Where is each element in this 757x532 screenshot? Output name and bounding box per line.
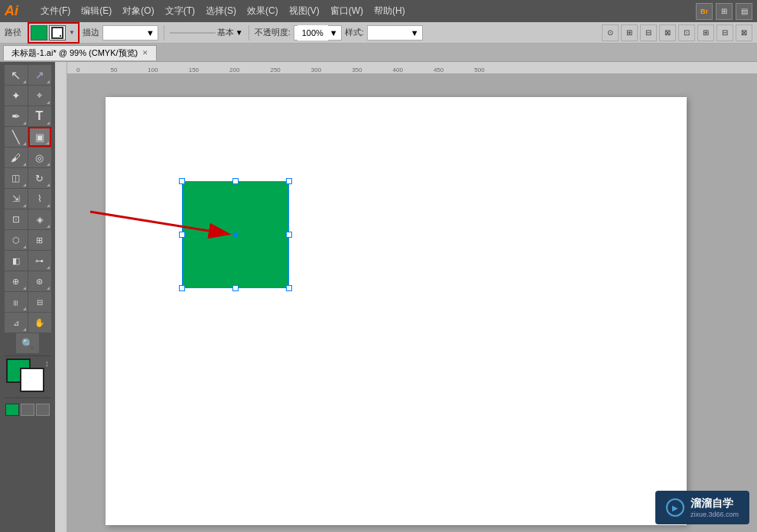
selection-center (233, 232, 238, 237)
opacity-arrow[interactable]: ▼ (330, 28, 338, 37)
shape-builder-tool[interactable]: ◈ (28, 209, 51, 229)
handle-bottom-left[interactable] (179, 285, 185, 291)
handle-top-mid[interactable] (232, 178, 239, 184)
tool-row-eraser: ◫ ↻ (5, 168, 51, 188)
line-tool[interactable]: ╲ (5, 127, 28, 147)
style-arrow[interactable]: ▼ (411, 28, 419, 37)
color-swatch-group: ▼ (28, 22, 80, 44)
title-bar: Ai 文件(F) 编辑(E) 对象(O) 文字(T) 选择(S) 效果(C) 视… (0, 0, 757, 22)
line-label: 基本 (217, 27, 234, 38)
tab-bar: 未标题-1.ai* @ 99% (CMYK/预览) ✕ (0, 44, 757, 62)
document-tab[interactable]: 未标题-1.ai* @ 99% (CMYK/预览) ✕ (3, 45, 157, 60)
stroke-color-swatch[interactable] (49, 25, 66, 41)
menu-select[interactable]: 选择(S) (201, 3, 241, 19)
magic-wand-tool[interactable]: ✦ (5, 86, 28, 105)
stroke-icon (51, 27, 63, 39)
selection-tool[interactable]: ↖ (5, 65, 28, 85)
handle-mid-left[interactable] (179, 232, 185, 238)
options-icon-5[interactable]: ⊡ (678, 24, 695, 41)
opacity-dropdown[interactable]: ▼ (294, 25, 342, 41)
color-picker-area: ↕ (3, 358, 52, 395)
ruler-left (55, 62, 67, 532)
stroke-label: 描边 (83, 27, 99, 38)
rotate-tool[interactable]: ↻ (28, 168, 51, 188)
selected-rectangle[interactable] (182, 181, 289, 288)
handle-bottom-mid[interactable] (232, 285, 239, 291)
bridge-button[interactable]: Br (696, 3, 713, 20)
menu-effect[interactable]: 效果(C) (242, 3, 283, 19)
menu-object[interactable]: 对象(O) (118, 3, 158, 19)
graph-tool[interactable]: ⫼ (5, 292, 28, 312)
hand-tool[interactable]: ✋ (28, 313, 51, 332)
style-input[interactable] (371, 28, 409, 37)
lasso-tool[interactable]: ⌖ (28, 86, 51, 105)
stroke-dropdown[interactable]: ▼ (102, 25, 158, 41)
options-icon-4[interactable]: ⊠ (659, 24, 676, 41)
line-dropdown-arrow[interactable]: ▼ (236, 28, 243, 37)
workspace-button[interactable]: ⊞ (716, 3, 733, 20)
options-icon-8[interactable]: ⊠ (736, 24, 752, 41)
options-icon-1[interactable]: ⊙ (602, 24, 619, 41)
menu-window[interactable]: 窗口(W) (326, 3, 368, 19)
handle-top-left[interactable] (179, 178, 185, 184)
warp-tool[interactable]: ⌇ (28, 189, 51, 209)
screen-mode-buttons (5, 404, 50, 416)
type-tool[interactable]: T (28, 106, 51, 126)
eraser-tool[interactable]: ◫ (5, 168, 28, 188)
menu-view[interactable]: 视图(V) (284, 3, 324, 19)
blend-tool[interactable]: ⊕ (5, 271, 28, 291)
artboard-tool[interactable]: ⊟ (28, 292, 51, 312)
options-icon-3[interactable]: ⊟ (640, 24, 657, 41)
tool-row-gradient: ◧ ⊶ (5, 251, 51, 271)
paintbrush-tool[interactable]: 🖌 (5, 148, 28, 167)
line-style-preview (170, 32, 216, 34)
options-icon-6[interactable]: ⊞ (697, 24, 714, 41)
style-dropdown[interactable]: ▼ (367, 25, 423, 41)
pen-tool[interactable]: ✒ (5, 106, 28, 126)
menu-help[interactable]: 帮助(H) (369, 3, 410, 19)
canvas-content: ▶ 溜溜自学 zixue.3d66.com (67, 74, 757, 532)
direct-selection-tool[interactable]: ↗ (28, 65, 51, 85)
tab-close-button[interactable]: ✕ (142, 49, 148, 57)
watermark-url: zixue.3d66.com (690, 511, 739, 518)
back-mode-btn[interactable] (21, 404, 34, 416)
options-icon-7[interactable]: ⊟ (716, 24, 733, 41)
path-label: 路径 (5, 27, 21, 38)
options-icon-2[interactable]: ⊞ (621, 24, 638, 41)
arrange-button[interactable]: ▤ (736, 3, 752, 20)
menu-edit[interactable]: 编辑(E) (76, 3, 116, 19)
tab-filename: 未标题-1.ai* @ 99% (CMYK/预览) (11, 47, 138, 59)
options-right-icons: ⊙ ⊞ ⊟ ⊠ ⊡ ⊞ ⊟ ⊠ (602, 24, 752, 41)
handle-mid-right[interactable] (286, 232, 292, 238)
background-color[interactable] (20, 368, 44, 392)
free-transform-tool[interactable]: ⊡ (5, 209, 28, 229)
zoom-tool[interactable]: 🔍 (16, 333, 39, 353)
gradient-tool[interactable]: ◧ (5, 251, 28, 271)
perspective-tool[interactable]: ⬡ (5, 230, 28, 250)
watermark-play-icon: ▶ (666, 498, 684, 517)
tool-row-perspective: ⬡ ⊞ (5, 230, 51, 250)
normal-mode-btn[interactable] (5, 404, 19, 416)
stroke-input[interactable] (106, 28, 145, 37)
rect-tool[interactable]: ▣ (28, 127, 51, 147)
options-bar: 路径 ▼ 描边 ▼ 基本 ▼ 不透明度: ▼ 样式: ▼ ⊙ ⊞ ⊟ ⊠ ⊡ ⊞ (0, 22, 757, 44)
opacity-input[interactable] (297, 25, 328, 41)
eyedropper-tool[interactable]: ⊶ (28, 251, 51, 271)
slice-tool[interactable]: ⊿ (5, 313, 28, 332)
mesh-tool[interactable]: ⊞ (28, 230, 51, 250)
menu-text[interactable]: 文字(T) (161, 3, 200, 19)
swatch-arrow[interactable]: ▼ (69, 29, 75, 36)
stroke-dropdown-arrow[interactable]: ▼ (146, 28, 154, 37)
opacity-label: 不透明度: (255, 27, 291, 38)
ai-logo: Ai (5, 3, 30, 19)
fill-color-swatch[interactable] (31, 25, 47, 41)
tool-row-brush: 🖌 ◎ (5, 148, 51, 167)
handle-bottom-right[interactable] (286, 285, 292, 291)
handle-top-right[interactable] (286, 178, 292, 184)
swap-colors-icon[interactable]: ↕ (45, 358, 50, 368)
scale-tool[interactable]: ⇲ (5, 189, 28, 209)
menu-file[interactable]: 文件(F) (36, 3, 75, 19)
symbol-spray-tool[interactable]: ⊛ (28, 271, 51, 291)
full-mode-btn[interactable] (36, 404, 50, 416)
blob-brush-tool[interactable]: ◎ (28, 148, 51, 167)
